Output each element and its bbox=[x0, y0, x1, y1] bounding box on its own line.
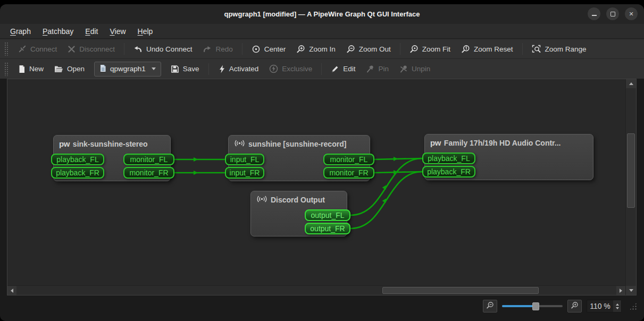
graph-toolbar: Connect Disconnect Undo Connect Redo Cen… bbox=[0, 39, 644, 58]
wire-arrow bbox=[382, 184, 388, 190]
open-label: Open bbox=[67, 65, 85, 73]
scroll-right-button[interactable] bbox=[616, 286, 625, 295]
zoom-out-icon bbox=[486, 301, 494, 311]
pin-button[interactable]: Pin bbox=[361, 62, 394, 76]
maximize-button[interactable] bbox=[606, 7, 619, 20]
resize-grip[interactable] bbox=[629, 302, 638, 311]
toolbar-drag-handle[interactable] bbox=[4, 42, 9, 56]
save-button[interactable]: Save bbox=[165, 62, 205, 76]
zoom-spinbox[interactable]: 110 % bbox=[587, 300, 622, 312]
unpin-label: Unpin bbox=[412, 65, 430, 73]
statusbar-zoom-in-button[interactable] bbox=[567, 300, 582, 312]
center-icon bbox=[252, 45, 261, 54]
zoom-range-icon bbox=[532, 45, 541, 54]
toolbar-drag-handle[interactable] bbox=[4, 62, 9, 76]
scroll-up-button[interactable] bbox=[626, 79, 636, 88]
zoom-fit-icon bbox=[409, 45, 419, 54]
zoom-range-button[interactable]: Zoom Range bbox=[526, 42, 592, 56]
menu-edit[interactable]: Edit bbox=[79, 26, 104, 37]
exclusive-button[interactable]: Exclusive bbox=[264, 62, 317, 76]
graph-canvas[interactable]: pw sink-sunshine-stereo sunshine [sunshi… bbox=[7, 79, 625, 285]
zoom-in-button[interactable]: Zoom In bbox=[291, 42, 341, 56]
toolbar-separator bbox=[124, 43, 124, 55]
horizontal-scrollbar-thumb[interactable] bbox=[382, 287, 539, 294]
titlebar[interactable]: qpwgraph1 [modified] — A PipeWire Graph … bbox=[0, 4, 644, 24]
toolbar-separator bbox=[400, 43, 400, 55]
activated-button[interactable]: Activated bbox=[213, 62, 264, 76]
port-sink-playback_FL[interactable]: playback_FL bbox=[51, 154, 104, 165]
disconnect-icon bbox=[68, 45, 76, 53]
zoom-out-button[interactable]: Zoom Out bbox=[341, 42, 396, 56]
zoom-in-label: Zoom In bbox=[309, 45, 336, 53]
connect-label: Connect bbox=[30, 45, 57, 53]
patchbay-combobox-value: qpwgraph1 bbox=[110, 65, 146, 73]
redo-button[interactable]: Redo bbox=[197, 43, 238, 56]
port-sunshine-input_FR[interactable]: input_FR bbox=[225, 167, 264, 179]
toolbar-separator bbox=[321, 63, 322, 75]
zoom-in-icon bbox=[571, 301, 579, 311]
port-sink-monitor_FR[interactable]: monitor_FR bbox=[123, 167, 174, 179]
redo-label: Redo bbox=[215, 45, 232, 53]
port-discord-output_FR[interactable]: output_FR bbox=[305, 223, 350, 234]
undo-connect-button[interactable]: Undo Connect bbox=[128, 43, 197, 56]
zoom-reset-icon bbox=[461, 45, 470, 54]
vertical-scrollbar-thumb[interactable] bbox=[627, 133, 635, 208]
activated-bolt-icon bbox=[218, 65, 225, 73]
node-title: Discord Output bbox=[271, 196, 325, 204]
broadcast-icon bbox=[234, 139, 245, 149]
new-label: New bbox=[29, 65, 44, 73]
open-folder-icon bbox=[54, 65, 63, 73]
edit-button[interactable]: Edit bbox=[325, 62, 361, 76]
new-button[interactable]: New bbox=[13, 62, 49, 76]
menu-view[interactable]: View bbox=[104, 26, 131, 37]
qpwgraph-window: qpwgraph1 [modified] — A PipeWire Graph … bbox=[0, 4, 644, 321]
node-title: sunshine [sunshine-record] bbox=[248, 140, 346, 148]
arrow-up-icon bbox=[629, 82, 633, 85]
center-label: Center bbox=[264, 45, 286, 53]
port-sink-playback_FR[interactable]: playback_FR bbox=[51, 167, 104, 179]
zoom-out-label: Zoom Out bbox=[359, 45, 391, 53]
redo-icon bbox=[203, 45, 212, 53]
zoom-out-icon bbox=[346, 45, 355, 54]
port-sink-monitor_FL[interactable]: monitor_FL bbox=[123, 154, 174, 165]
open-button[interactable]: Open bbox=[49, 62, 90, 75]
disconnect-button[interactable]: Disconnect bbox=[62, 43, 120, 56]
zoom-range-label: Zoom Range bbox=[545, 45, 587, 53]
zoom-slider[interactable] bbox=[502, 301, 563, 311]
wire-arrow bbox=[194, 171, 198, 175]
zoom-reset-button[interactable]: Zoom Reset bbox=[456, 42, 518, 56]
center-button[interactable]: Center bbox=[246, 42, 291, 56]
patchbay-toolbar: New Open qpwgraph1 Save Activated Exclus… bbox=[0, 58, 644, 79]
port-discord-output_FL[interactable]: output_FL bbox=[305, 209, 350, 221]
port-sunshine-monitor_FL[interactable]: monitor_FL bbox=[323, 154, 374, 165]
zoom-in-icon bbox=[296, 45, 305, 54]
vertical-scrollbar[interactable] bbox=[625, 79, 636, 295]
toolbar-separator bbox=[522, 43, 523, 55]
scroll-left-button[interactable] bbox=[7, 286, 16, 295]
zoom-fit-button[interactable]: Zoom Fit bbox=[404, 42, 456, 56]
scroll-down-button[interactable] bbox=[626, 286, 636, 295]
menu-patchbay[interactable]: Patchbay bbox=[37, 26, 79, 37]
horizontal-scrollbar[interactable] bbox=[7, 285, 625, 295]
window-controls: ✕ bbox=[588, 7, 638, 20]
statusbar-zoom-out-button[interactable] bbox=[483, 300, 497, 312]
port-family-playback_FL[interactable]: playback_FL bbox=[422, 153, 475, 164]
pin-icon bbox=[366, 65, 374, 73]
activated-label: Activated bbox=[229, 65, 259, 73]
spinbox-arrows[interactable] bbox=[613, 300, 621, 312]
connect-button[interactable]: Connect bbox=[13, 42, 62, 56]
port-sunshine-input_FL[interactable]: input_FL bbox=[225, 154, 264, 165]
minimize-button[interactable] bbox=[588, 7, 600, 20]
close-button[interactable]: ✕ bbox=[625, 7, 638, 20]
unpin-icon bbox=[399, 65, 408, 73]
unpin-button[interactable]: Unpin bbox=[394, 62, 436, 76]
menu-graph[interactable]: Graph bbox=[4, 26, 37, 37]
menu-help[interactable]: Help bbox=[132, 26, 159, 37]
zoom-value: 110 % bbox=[587, 300, 613, 312]
graph-view-frame: pw sink-sunshine-stereo sunshine [sunshi… bbox=[7, 79, 637, 295]
zoom-slider-handle[interactable] bbox=[532, 302, 539, 310]
close-icon: ✕ bbox=[629, 11, 633, 17]
port-family-playback_FR[interactable]: playback_FR bbox=[422, 166, 475, 178]
patchbay-combobox[interactable]: qpwgraph1 bbox=[94, 62, 161, 77]
port-sunshine-monitor_FR[interactable]: monitor_FR bbox=[323, 167, 374, 179]
